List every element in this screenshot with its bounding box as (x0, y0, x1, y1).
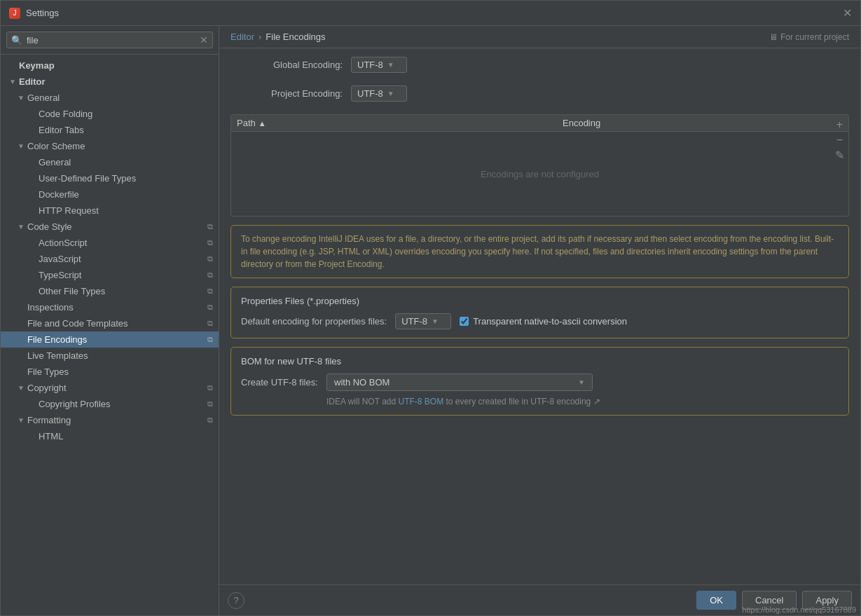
content-area: 🔍 ✕ Keymap ▼ Editor ▼ (1, 26, 860, 615)
sidebar-item-dockerfile[interactable]: Dockerfile (1, 186, 219, 203)
user-defined-label: User-Defined File Types (39, 173, 213, 184)
bom-dropdown[interactable]: with NO BOM ▼ (326, 374, 593, 391)
sidebar-item-file-encodings[interactable]: File Encodings ⧉ (1, 331, 219, 348)
project-icon: 🖥 (769, 32, 778, 42)
sidebar-item-live-templates[interactable]: Live Templates (1, 348, 219, 364)
sidebar-item-formatting[interactable]: ▼ Formatting ⧉ (1, 412, 219, 428)
file-code-templates-label: File and Code Templates (27, 318, 205, 329)
code-style-label: Code Style (27, 221, 205, 232)
info-text: To change encoding IntelliJ IDEA uses fo… (241, 234, 834, 269)
properties-encoding-dropdown-arrow: ▼ (432, 317, 439, 325)
bom-info-arrow: ↗ (593, 397, 600, 406)
table-actions: + − ✎ (834, 118, 846, 163)
search-icon: 🔍 (11, 35, 22, 46)
empty-message: Encodings are not configured (481, 169, 599, 179)
other-file-types-label: Other File Types (39, 286, 205, 296)
editor-tabs-label: Editor Tabs (39, 125, 213, 135)
sidebar: 🔍 ✕ Keymap ▼ Editor ▼ (1, 26, 219, 615)
global-encoding-row: Global Encoding: UTF-8 ▼ (230, 57, 849, 73)
properties-encoding-dropdown[interactable]: UTF-8 ▼ (395, 313, 451, 329)
sidebar-item-general[interactable]: ▼ General (1, 90, 219, 106)
sidebar-item-editor[interactable]: ▼ Editor (1, 74, 219, 90)
main-content: Editor › File Encodings 🖥 For current pr… (219, 26, 860, 615)
live-templates-label: Live Templates (27, 350, 213, 361)
editor-label: Editor (19, 76, 213, 87)
table-col-encoding: Encoding (563, 118, 843, 128)
dialog-title: Settings (26, 8, 59, 18)
encoding-header-label: Encoding (563, 118, 600, 128)
transparent-conversion-checkbox[interactable] (460, 317, 469, 326)
sidebar-item-user-defined[interactable]: User-Defined File Types (1, 170, 219, 186)
add-path-button[interactable]: + (834, 118, 846, 132)
table-header: Path ▲ Encoding (231, 115, 848, 132)
properties-section-title: Properties Files (*.properties) (241, 296, 839, 306)
panel-content: Global Encoding: UTF-8 ▼ Project Encodin… (219, 48, 860, 584)
help-button[interactable]: ? (228, 592, 244, 609)
actionscript-label: ActionScript (39, 238, 205, 248)
file-encodings-label: File Encodings (27, 334, 205, 345)
properties-section: Properties Files (*.properties) Default … (230, 287, 849, 338)
typescript-label: TypeScript (39, 270, 205, 280)
project-encoding-value: UTF-8 (357, 88, 383, 99)
ok-button[interactable]: OK (696, 591, 736, 610)
transparent-conversion-wrap: Transparent native-to-ascii conversion (460, 316, 627, 327)
bom-section-title: BOM for new UTF-8 files (241, 356, 839, 367)
apply-button[interactable]: Apply (802, 591, 852, 610)
bom-info: IDEA will NOT add UTF-8 BOM to every cre… (241, 397, 839, 406)
project-encoding-dropdown[interactable]: UTF-8 ▼ (351, 85, 407, 102)
sidebar-item-actionscript[interactable]: ActionScript ⧉ (1, 235, 219, 251)
title-bar: J Settings ✕ (1, 1, 860, 26)
sidebar-item-copyright-profiles[interactable]: Copyright Profiles ⧉ (1, 396, 219, 412)
project-encoding-dropdown-arrow: ▼ (387, 90, 394, 97)
copyright-profiles-label: Copyright Profiles (39, 399, 205, 409)
sidebar-item-file-types[interactable]: File Types (1, 364, 219, 380)
code-style-arrow: ▼ (18, 223, 25, 231)
cancel-button[interactable]: Cancel (742, 591, 797, 610)
search-input-wrap: 🔍 ✕ (6, 32, 213, 48)
color-scheme-label: Color Scheme (27, 141, 213, 151)
code-folding-label: Code Folding (39, 109, 213, 119)
search-clear-button[interactable]: ✕ (200, 34, 208, 46)
sidebar-item-inspections[interactable]: Inspections ⧉ (1, 299, 219, 315)
sidebar-item-copyright[interactable]: ▼ Copyright ⧉ (1, 380, 219, 396)
edit-path-button[interactable]: ✎ (834, 149, 846, 163)
breadcrumb-separator: › (259, 32, 261, 42)
table-body: Encodings are not configured (231, 132, 848, 216)
sidebar-item-color-scheme[interactable]: ▼ Color Scheme (1, 138, 219, 154)
properties-encoding-value: UTF-8 (401, 316, 427, 327)
remove-path-button[interactable]: − (834, 133, 846, 147)
search-bar: 🔍 ✕ (1, 26, 219, 55)
project-encoding-row: Project Encoding: UTF-8 ▼ (230, 85, 849, 102)
properties-section-row: Default encoding for properties files: U… (241, 313, 839, 329)
encoding-table: Path ▲ Encoding Encodings are not config… (230, 114, 849, 217)
table-col-path: Path ▲ (237, 118, 563, 128)
file-code-templates-copy-icon: ⧉ (207, 319, 213, 328)
sidebar-item-code-style[interactable]: ▼ Code Style ⧉ (1, 219, 219, 235)
sidebar-item-typescript[interactable]: TypeScript ⧉ (1, 267, 219, 283)
editor-arrow: ▼ (9, 78, 16, 85)
search-input[interactable] (27, 35, 195, 46)
title-bar-left: J Settings (9, 8, 59, 19)
breadcrumb-editor[interactable]: Editor (230, 32, 254, 42)
copyright-arrow: ▼ (18, 384, 25, 392)
formatting-label: Formatting (27, 415, 205, 425)
sidebar-item-other-file-types[interactable]: Other File Types ⧉ (1, 283, 219, 299)
sidebar-item-editor-tabs[interactable]: Editor Tabs (1, 122, 219, 138)
sidebar-item-keymap[interactable]: Keymap (1, 57, 219, 74)
sidebar-item-javascript[interactable]: JavaScript ⧉ (1, 251, 219, 267)
javascript-label: JavaScript (39, 254, 205, 264)
sidebar-item-code-folding[interactable]: Code Folding (1, 106, 219, 122)
copyright-copy-icon: ⧉ (207, 383, 213, 392)
sidebar-item-http-request[interactable]: HTTP Request (1, 203, 219, 219)
global-encoding-arrow: ▼ (387, 61, 394, 69)
sidebar-item-html[interactable]: HTML (1, 428, 219, 444)
keymap-label: Keymap (19, 60, 213, 71)
breadcrumb-current: File Encodings (266, 32, 325, 42)
bom-section: BOM for new UTF-8 files Create UTF-8 fil… (230, 347, 849, 416)
sidebar-item-color-general[interactable]: General (1, 154, 219, 170)
global-encoding-value: UTF-8 (357, 60, 383, 70)
sidebar-item-file-code-templates[interactable]: File and Code Templates ⧉ (1, 315, 219, 331)
bom-info-link[interactable]: UTF-8 BOM (399, 397, 444, 406)
global-encoding-dropdown[interactable]: UTF-8 ▼ (351, 57, 407, 73)
close-button[interactable]: ✕ (843, 6, 852, 20)
